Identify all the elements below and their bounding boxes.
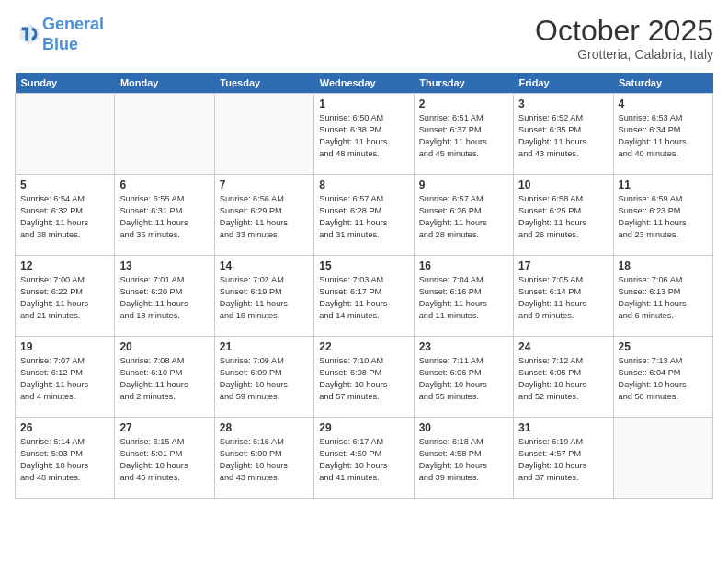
logo: General Blue [15,15,104,54]
day-info: Sunrise: 6:16 AM Sunset: 5:00 PM Dayligh… [220,436,309,484]
day-info: Sunrise: 6:58 AM Sunset: 6:25 PM Dayligh… [518,193,608,241]
day-number: 6 [119,178,209,191]
day-info: Sunrise: 7:06 AM Sunset: 6:13 PM Dayligh… [619,274,708,322]
day-number: 3 [518,98,608,110]
calendar-cell: 24Sunrise: 7:12 AM Sunset: 6:05 PM Dayli… [514,337,613,418]
day-info: Sunrise: 7:10 AM Sunset: 6:08 PM Dayligh… [319,355,408,403]
day-info: Sunrise: 7:00 AM Sunset: 6:22 PM Dayligh… [20,274,109,322]
day-number: 9 [419,178,508,191]
calendar-cell: 26Sunrise: 6:14 AM Sunset: 5:03 PM Dayli… [16,418,115,499]
calendar-cell: 4Sunrise: 6:53 AM Sunset: 6:34 PM Daylig… [613,94,712,175]
calendar-cell: 19Sunrise: 7:07 AM Sunset: 6:12 PM Dayli… [16,337,115,418]
location-title: Grotteria, Calabria, Italy [535,47,713,62]
calendar-cell: 23Sunrise: 7:11 AM Sunset: 6:06 PM Dayli… [414,337,513,418]
calendar-cell: 30Sunrise: 6:18 AM Sunset: 4:58 PM Dayli… [414,418,513,499]
weekday-header-sunday: Sunday [16,73,115,94]
weekday-header-tuesday: Tuesday [214,73,313,94]
calendar-cell: 22Sunrise: 7:10 AM Sunset: 6:08 PM Dayli… [314,337,414,418]
day-number: 4 [619,98,708,110]
calendar-cell [115,94,214,175]
calendar-cell: 1Sunrise: 6:50 AM Sunset: 6:38 PM Daylig… [314,94,414,175]
calendar-cell: 11Sunrise: 6:59 AM Sunset: 6:23 PM Dayli… [613,175,712,256]
day-number: 31 [518,421,608,434]
weekday-header-wednesday: Wednesday [314,73,414,94]
week-row-3: 19Sunrise: 7:07 AM Sunset: 6:12 PM Dayli… [16,337,713,418]
week-row-0: 1Sunrise: 6:50 AM Sunset: 6:38 PM Daylig… [16,94,713,175]
calendar-cell [214,94,313,175]
day-info: Sunrise: 7:13 AM Sunset: 6:04 PM Dayligh… [619,355,708,403]
day-info: Sunrise: 6:55 AM Sunset: 6:31 PM Dayligh… [119,193,209,241]
calendar-cell: 27Sunrise: 6:15 AM Sunset: 5:01 PM Dayli… [115,418,214,499]
day-number: 28 [220,421,309,434]
day-info: Sunrise: 7:11 AM Sunset: 6:06 PM Dayligh… [419,355,508,403]
calendar-cell: 5Sunrise: 6:54 AM Sunset: 6:32 PM Daylig… [16,175,115,256]
weekday-header-monday: Monday [115,73,214,94]
day-info: Sunrise: 6:14 AM Sunset: 5:03 PM Dayligh… [20,436,109,484]
day-number: 11 [619,178,708,191]
calendar-cell: 15Sunrise: 7:03 AM Sunset: 6:17 PM Dayli… [314,256,414,337]
day-info: Sunrise: 6:53 AM Sunset: 6:34 PM Dayligh… [619,112,708,160]
calendar-cell: 16Sunrise: 7:04 AM Sunset: 6:16 PM Dayli… [414,256,513,337]
logo-general: General [42,15,104,33]
day-info: Sunrise: 6:18 AM Sunset: 4:58 PM Dayligh… [419,436,508,484]
day-info: Sunrise: 7:08 AM Sunset: 6:10 PM Dayligh… [119,355,209,403]
calendar-cell: 21Sunrise: 7:09 AM Sunset: 6:09 PM Dayli… [214,337,313,418]
calendar-cell: 20Sunrise: 7:08 AM Sunset: 6:10 PM Dayli… [115,337,214,418]
day-info: Sunrise: 6:51 AM Sunset: 6:37 PM Dayligh… [419,112,508,160]
day-info: Sunrise: 6:57 AM Sunset: 6:28 PM Dayligh… [319,193,408,241]
weekday-header-friday: Friday [514,73,613,94]
day-number: 25 [619,340,708,353]
calendar-cell: 8Sunrise: 6:57 AM Sunset: 6:28 PM Daylig… [314,175,414,256]
day-number: 30 [419,421,508,434]
calendar-cell: 29Sunrise: 6:17 AM Sunset: 4:59 PM Dayli… [314,418,414,499]
day-number: 1 [319,98,408,110]
logo-icon [17,20,42,46]
calendar-cell [613,418,712,499]
week-row-2: 12Sunrise: 7:00 AM Sunset: 6:22 PM Dayli… [16,256,713,337]
page-header: General Blue October 2025 Grotteria, Cal… [15,15,713,62]
calendar-cell: 18Sunrise: 7:06 AM Sunset: 6:13 PM Dayli… [613,256,712,337]
day-number: 15 [319,259,408,272]
day-number: 7 [220,178,309,191]
day-number: 16 [419,259,508,272]
day-number: 27 [119,421,209,434]
calendar-cell [16,94,115,175]
day-info: Sunrise: 6:56 AM Sunset: 6:29 PM Dayligh… [220,193,309,241]
week-row-4: 26Sunrise: 6:14 AM Sunset: 5:03 PM Dayli… [16,418,713,499]
day-info: Sunrise: 6:15 AM Sunset: 5:01 PM Dayligh… [119,436,209,484]
day-number: 2 [419,98,508,110]
day-number: 5 [20,178,109,191]
title-block: October 2025 Grotteria, Calabria, Italy [535,15,713,62]
month-title: October 2025 [535,15,713,47]
day-info: Sunrise: 6:50 AM Sunset: 6:38 PM Dayligh… [319,112,408,160]
logo-blue: Blue [42,35,78,53]
day-info: Sunrise: 7:02 AM Sunset: 6:19 PM Dayligh… [220,274,309,322]
day-info: Sunrise: 6:59 AM Sunset: 6:23 PM Dayligh… [619,193,708,241]
day-info: Sunrise: 6:52 AM Sunset: 6:35 PM Dayligh… [518,112,608,160]
day-number: 26 [20,421,109,434]
calendar-cell: 10Sunrise: 6:58 AM Sunset: 6:25 PM Dayli… [514,175,613,256]
calendar-cell: 7Sunrise: 6:56 AM Sunset: 6:29 PM Daylig… [214,175,313,256]
week-row-1: 5Sunrise: 6:54 AM Sunset: 6:32 PM Daylig… [16,175,713,256]
day-info: Sunrise: 6:57 AM Sunset: 6:26 PM Dayligh… [419,193,508,241]
day-info: Sunrise: 6:19 AM Sunset: 4:57 PM Dayligh… [518,436,608,484]
day-number: 18 [619,259,708,272]
calendar-cell: 6Sunrise: 6:55 AM Sunset: 6:31 PM Daylig… [115,175,214,256]
day-number: 12 [20,259,109,272]
calendar-cell: 17Sunrise: 7:05 AM Sunset: 6:14 PM Dayli… [514,256,613,337]
day-info: Sunrise: 6:17 AM Sunset: 4:59 PM Dayligh… [319,436,408,484]
day-info: Sunrise: 7:07 AM Sunset: 6:12 PM Dayligh… [20,355,109,403]
day-number: 24 [518,340,608,353]
day-info: Sunrise: 7:03 AM Sunset: 6:17 PM Dayligh… [319,274,408,322]
calendar-cell: 14Sunrise: 7:02 AM Sunset: 6:19 PM Dayli… [214,256,313,337]
weekday-header-saturday: Saturday [613,73,712,94]
day-number: 23 [419,340,508,353]
calendar-cell: 28Sunrise: 6:16 AM Sunset: 5:00 PM Dayli… [214,418,313,499]
calendar-cell: 12Sunrise: 7:00 AM Sunset: 6:22 PM Dayli… [16,256,115,337]
weekday-header-thursday: Thursday [414,73,513,94]
day-info: Sunrise: 7:05 AM Sunset: 6:14 PM Dayligh… [518,274,608,322]
calendar-cell: 13Sunrise: 7:01 AM Sunset: 6:20 PM Dayli… [115,256,214,337]
day-info: Sunrise: 7:04 AM Sunset: 6:16 PM Dayligh… [419,274,508,322]
day-number: 10 [518,178,608,191]
day-number: 20 [119,340,209,353]
